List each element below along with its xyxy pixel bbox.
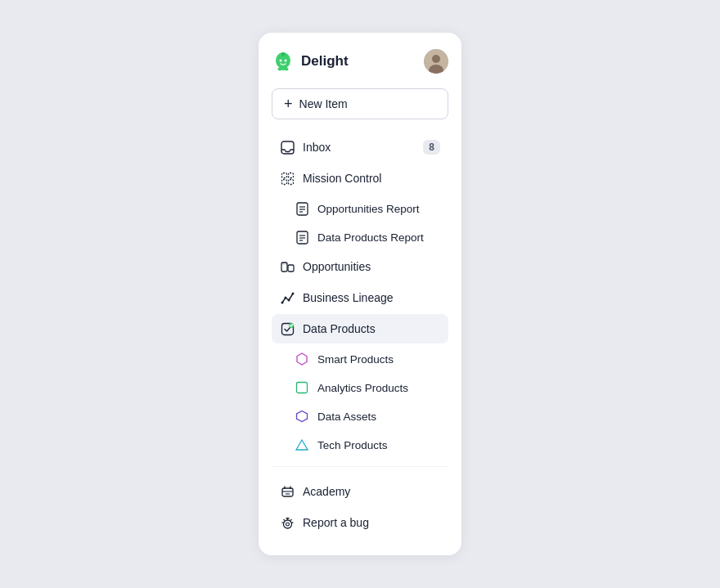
inbox-label: Inbox <box>303 141 331 154</box>
brand-area: Delight <box>272 50 349 73</box>
academy-label: Academy <box>303 485 350 498</box>
sidebar-item-data-products[interactable]: Data Products <box>272 314 448 343</box>
svg-rect-13 <box>288 173 293 177</box>
tech-products-label: Tech Products <box>317 439 388 451</box>
data-assets-icon <box>295 409 309 424</box>
svg-rect-25 <box>288 265 294 272</box>
academy-icon <box>280 484 295 499</box>
sidebar-item-mission-control[interactable]: Mission Control <box>272 164 448 193</box>
data-assets-label: Data Assets <box>317 411 376 423</box>
svg-point-2 <box>278 68 282 71</box>
new-item-label: New Item <box>299 97 348 110</box>
data-products-icon <box>280 321 295 336</box>
svg-point-5 <box>285 60 287 62</box>
business-lineage-icon <box>280 290 295 305</box>
sidebar-subitem-data-products-report[interactable]: Data Products Report <box>272 223 448 251</box>
data-products-report-label: Data Products Report <box>317 231 424 244</box>
opportunities-icon <box>280 259 295 274</box>
svg-point-29 <box>287 298 290 301</box>
svg-rect-7 <box>282 54 283 56</box>
sidebar-item-opportunities[interactable]: Opportunities <box>272 252 448 281</box>
svg-line-48 <box>290 519 292 521</box>
brand-logo-icon <box>272 50 295 73</box>
inbox-badge: 8 <box>423 140 440 155</box>
svg-point-9 <box>432 55 440 63</box>
smart-products-label: Smart Products <box>317 353 394 366</box>
avatar[interactable] <box>424 49 448 74</box>
doc-icon-data-products <box>295 230 309 245</box>
sidebar-subitem-analytics-products[interactable]: Analytics Products <box>272 374 448 402</box>
sidebar-subitem-smart-products[interactable]: Smart Products <box>272 345 448 373</box>
svg-point-42 <box>283 520 291 528</box>
data-products-label: Data Products <box>303 322 376 335</box>
mission-control-icon <box>280 171 295 186</box>
svg-point-30 <box>291 292 294 294</box>
analytics-products-icon <box>295 380 309 395</box>
sidebar-item-academy[interactable]: Academy <box>272 477 448 506</box>
svg-rect-14 <box>281 179 286 184</box>
svg-rect-15 <box>288 179 293 184</box>
svg-rect-26 <box>281 263 287 265</box>
report-bug-icon <box>280 515 295 530</box>
analytics-products-label: Analytics Products <box>317 382 408 394</box>
svg-line-47 <box>283 519 285 521</box>
smart-products-icon <box>295 352 309 366</box>
sidebar-subitem-tech-products[interactable]: Tech Products <box>272 431 448 459</box>
business-lineage-label: Business Lineage <box>303 291 394 304</box>
sidebar: Delight + New Item Inbox 8 <box>259 33 461 555</box>
opportunities-report-label: Opportunities Report <box>317 203 420 215</box>
mission-control-label: Mission Control <box>303 172 381 185</box>
sidebar-subitem-data-assets[interactable]: Data Assets <box>272 402 448 430</box>
inbox-icon <box>280 140 295 155</box>
svg-marker-36 <box>296 440 308 450</box>
report-bug-label: Report a bug <box>303 516 369 529</box>
sidebar-header: Delight <box>272 49 448 74</box>
svg-rect-12 <box>281 173 286 177</box>
svg-point-3 <box>285 68 289 71</box>
svg-marker-35 <box>297 411 308 422</box>
doc-icon-opportunities <box>295 201 309 216</box>
bottom-section: Academy Report a bug <box>272 466 448 539</box>
sidebar-subitem-opportunities-report[interactable]: Opportunities Report <box>272 195 448 222</box>
brand-name: Delight <box>301 53 349 70</box>
opportunities-label: Opportunities <box>303 260 371 273</box>
svg-point-4 <box>280 60 282 62</box>
new-item-button[interactable]: + New Item <box>272 88 448 119</box>
svg-marker-33 <box>297 353 307 365</box>
svg-rect-37 <box>282 488 293 496</box>
svg-point-27 <box>281 301 283 303</box>
tech-products-icon <box>295 438 309 452</box>
svg-point-28 <box>284 296 286 298</box>
sidebar-item-report-bug[interactable]: Report a bug <box>272 508 448 537</box>
sidebar-item-business-lineage[interactable]: Business Lineage <box>272 283 448 312</box>
sidebar-item-inbox[interactable]: Inbox 8 <box>272 132 448 162</box>
svg-rect-34 <box>297 383 308 393</box>
plus-icon: + <box>284 97 293 111</box>
svg-point-43 <box>286 523 289 526</box>
